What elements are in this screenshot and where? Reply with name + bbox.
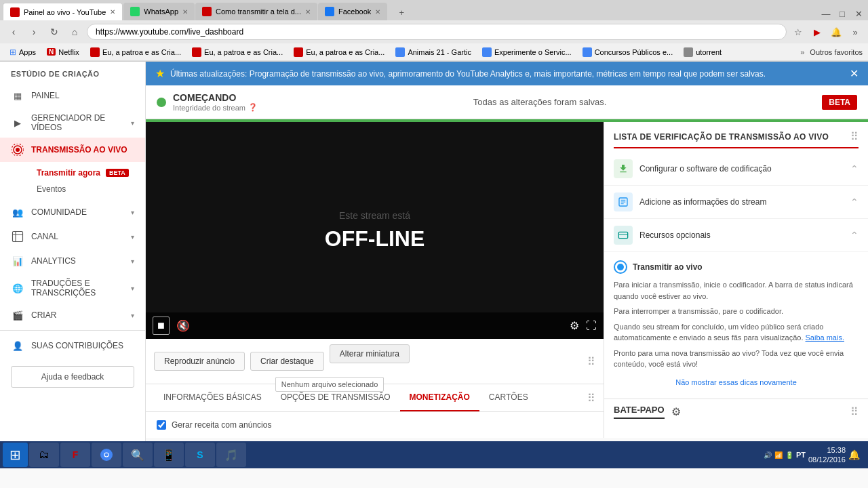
integrity-help-icon[interactable]: ❓ (248, 103, 258, 112)
bookmark-eu2[interactable]: Eu, a patroa e as Cria... (188, 46, 287, 58)
settings-icon[interactable]: ⚙ (570, 319, 579, 332)
systray-lang[interactable]: PT (796, 451, 806, 459)
software-expand-icon[interactable]: ⌃ (850, 163, 859, 174)
home-button[interactable]: ⌂ (66, 24, 83, 40)
sidebar-item-transmissao[interactable]: TRANSMISSÃO AO VIVO (0, 138, 145, 162)
bookmark-utorrent[interactable]: utorrent (679, 46, 726, 58)
bookmark-eu1[interactable]: Eu, a patroa e as Cria... (86, 46, 185, 58)
foxit-icon: F (73, 449, 79, 460)
recursos-expand-icon[interactable]: ⌃ (850, 230, 859, 241)
sidebar-sub-transmissao: Transmitir agora BETA Eventos (0, 162, 145, 200)
help-feedback-button[interactable]: Ajuda e feedback (11, 366, 134, 388)
mute-button[interactable]: 🔇 (176, 319, 190, 332)
reproduzir-anuncio-button[interactable]: Reproduzir anúncio (154, 352, 245, 371)
taskbar-app-whatsapp[interactable]: 📱 (154, 443, 184, 467)
outros-favoritos-label[interactable]: Outros favoritos (810, 48, 863, 56)
sidebar-item-comunidade[interactable]: 👥 COMUNIDADE ▾ (0, 200, 145, 224)
tab-whatsapp[interactable]: WhatsApp ✕ (123, 3, 195, 20)
gartic-favicon (395, 47, 405, 57)
tab-transmitir[interactable]: Como transmitir a tela d... ✕ (195, 3, 317, 20)
tab-youtube[interactable]: Painel ao vivo - YouTube ✕ (3, 3, 123, 20)
fullscreen-icon[interactable]: ⛶ (586, 320, 597, 332)
chat-gear-icon[interactable]: ⚙ (671, 405, 681, 418)
criar-destaque-button[interactable]: Criar destaque (250, 352, 324, 371)
sidebar-item-contribuicoes-label: SUAS CONTRIBUIÇÕES (31, 341, 123, 350)
svg-rect-5 (618, 232, 627, 238)
chat-tab-label[interactable]: BATE-PAPO (614, 405, 665, 419)
checklist-item-software[interactable]: Configurar o software de codificação ⌃ (604, 152, 868, 186)
maximize-button[interactable]: □ (835, 7, 849, 20)
gerar-receita-checkbox[interactable] (157, 420, 166, 430)
informacoes-expand-icon[interactable]: ⌃ (850, 197, 859, 207)
notifications-icon[interactable]: 🔔 (848, 449, 860, 460)
sidebar-item-contribuicoes[interactable]: 👤 SUAS CONTRIBUIÇÕES (0, 333, 145, 358)
close-button[interactable]: ✕ (852, 7, 865, 20)
youtube-extension-icon[interactable]: ▶ (810, 24, 825, 39)
bookmarks-more-icon[interactable]: » (848, 24, 863, 39)
tab-monetizacao[interactable]: MONETIZAÇÃO (400, 384, 479, 411)
taskbar-app-chrome[interactable] (92, 443, 121, 467)
video-actions-bar: Reproduzir anúncio Criar destaque Altera… (146, 339, 604, 384)
new-tab-button[interactable]: + (388, 4, 415, 20)
tab-favicon-whatsapp (130, 7, 140, 16)
chat-header: BATE-PAPO ⚙ ⠿ (604, 399, 868, 424)
taskbar-app-foxit[interactable]: F (60, 443, 90, 467)
start-button[interactable]: ⊞ (3, 443, 28, 467)
chat-grid-icon[interactable]: ⠿ (850, 405, 859, 418)
video-controls-bar: ■ 🔇 ⚙ ⛶ (146, 312, 604, 339)
tab-close-youtube[interactable]: ✕ (110, 8, 115, 16)
sidebar-item-painel[interactable]: ▦ PAINEL (0, 83, 145, 108)
bookmark-eu3[interactable]: Eu, a patroa e as Cria... (290, 46, 389, 58)
tab-cartoes[interactable]: CARTÕES (479, 384, 538, 411)
stop-button[interactable]: ■ (153, 317, 170, 335)
alterar-miniatura-button[interactable]: Alterar miniatura (330, 344, 410, 363)
tab-informacoes[interactable]: INFORMAÇÕES BÁSICAS (154, 384, 271, 411)
bookmark-star-icon[interactable]: ☆ (791, 24, 806, 39)
notification-close-button[interactable]: ✕ (850, 67, 859, 80)
checklist-item-recursos[interactable]: Recursos opcionais ⌃ (604, 219, 868, 252)
sidebar-item-analytics-label: ANALYTICS (31, 256, 76, 266)
checklist-grid-icon[interactable]: ⠿ (850, 130, 859, 143)
bookmark-concursos[interactable]: Concursos Públicos e... (578, 46, 677, 58)
actions-grid-icon[interactable]: ⠿ (587, 355, 595, 368)
sidebar-item-painel-label: PAINEL (31, 91, 60, 100)
bookmark-netflix[interactable]: N Netflix (43, 47, 83, 58)
no-show-tips-button[interactable]: Não mostrar essas dicas novamente (614, 374, 859, 390)
tabs-grid-icon[interactable]: ⠿ (587, 392, 595, 405)
sidebar-item-traducoes[interactable]: 🌐 TRADUÇÕES E TRANSCRIÇÕES ▾ (0, 273, 145, 303)
taskbar-app-media[interactable]: 🎵 (216, 443, 246, 467)
taskbar-app-filemanager[interactable]: 🗂 (29, 443, 59, 467)
back-button[interactable]: ‹ (5, 24, 22, 40)
tab-close-facebook[interactable]: ✕ (375, 8, 380, 16)
taskbar-app-skype[interactable]: S (185, 443, 215, 467)
bookmarks-bar: ⊞ Apps N Netflix Eu, a patroa e as Cria.… (0, 43, 868, 61)
monetization-content: Gerar receita com anúncios (146, 412, 604, 438)
checklist-item-informacoes[interactable]: Adicione as informações do stream ⌃ (604, 186, 868, 219)
sidebar-subitem-eventos[interactable]: Eventos (31, 181, 134, 197)
taskbar-app-search[interactable]: 🔍 (123, 443, 153, 467)
address-input[interactable] (87, 24, 787, 40)
youtube-ext2-icon[interactable]: 🔔 (829, 24, 844, 39)
tab-facebook[interactable]: Facebook ✕ (318, 3, 387, 20)
bookmark-animais[interactable]: Animais 21 - Gartic (391, 46, 475, 58)
bookmark-animais-label: Animais 21 - Gartic (408, 48, 471, 56)
analytics-arrow-icon: ▾ (131, 258, 134, 265)
sidebar-item-criar[interactable]: 🎬 CRIAR ▾ (0, 303, 145, 327)
bookmarks-overflow-button[interactable]: » (800, 48, 804, 56)
sidebar-item-analytics[interactable]: 📊 ANALYTICS ▾ (0, 249, 145, 273)
tab-close-whatsapp[interactable]: ✕ (182, 8, 188, 16)
saiba-mais-link[interactable]: Saiba mais. (806, 333, 844, 342)
bookmark-apps[interactable]: ⊞ Apps (5, 46, 40, 58)
tab-close-transmitir[interactable]: ✕ (305, 8, 311, 16)
sidebar-item-canal[interactable]: CANAL ▾ (0, 224, 145, 249)
taskbar-clock[interactable]: 15:38 08/12/2016 (808, 445, 846, 465)
bookmark-experimente[interactable]: Experimente o Servic... (478, 46, 576, 58)
systray-flag: 🔊 (764, 451, 772, 459)
canal-arrow-icon: ▾ (131, 233, 134, 241)
sidebar-item-gerenciador[interactable]: ▶ GERENCIADOR DE VÍDEOS ▾ (0, 108, 145, 138)
apps-icon: ⊞ (9, 47, 16, 57)
forward-button[interactable]: › (26, 24, 42, 40)
minimize-button[interactable]: — (819, 7, 833, 20)
sidebar-subitem-transmitir[interactable]: Transmitir agora BETA (31, 165, 134, 181)
reload-button[interactable]: ↻ (46, 24, 62, 40)
